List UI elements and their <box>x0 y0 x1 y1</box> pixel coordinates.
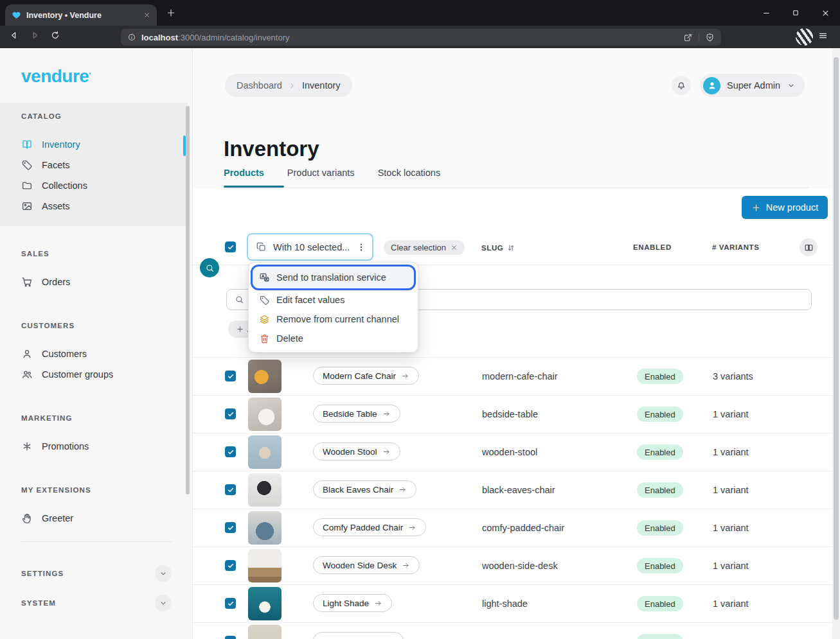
sidebar-item-inventory[interactable]: Inventory <box>0 134 188 155</box>
product-thumbnail[interactable] <box>248 398 281 431</box>
product-name-link[interactable]: Modern Cafe Chair <box>313 367 419 385</box>
sidebar-item-orders[interactable]: Orders <box>0 272 188 292</box>
expand-button[interactable] <box>155 565 172 582</box>
row-checkbox[interactable] <box>225 522 236 533</box>
sidebar-item-greeter[interactable]: Greeter <box>0 508 188 529</box>
sidebar-item-promotions[interactable]: Promotions <box>0 436 188 457</box>
product-thumbnail[interactable] <box>248 625 281 639</box>
menu-item-label: Remove from current channel <box>276 314 399 324</box>
row-checkbox[interactable] <box>225 371 236 381</box>
tab-stock-locations[interactable]: Stock locations <box>378 168 441 187</box>
minimize-button[interactable] <box>751 0 781 26</box>
scrollbar-thumb[interactable] <box>834 57 839 620</box>
tag-icon <box>21 159 33 171</box>
table-row: Enabled <box>193 622 832 639</box>
section-label: SYSTEM <box>21 599 56 607</box>
row-checkbox[interactable] <box>225 560 236 571</box>
column-header-variants: # VARIANTS <box>712 243 760 251</box>
chevron-down-icon <box>159 569 168 578</box>
user-menu[interactable]: Super Admin <box>700 74 805 97</box>
status-badge: Enabled <box>637 369 683 384</box>
browser-tab[interactable]: Inventory • Vendure <box>5 4 157 26</box>
forward-button[interactable] <box>30 30 40 40</box>
chevron-right-icon <box>288 82 296 90</box>
table-row: Modern Cafe Chairmodern-cafe-chairEnable… <box>193 357 832 395</box>
url-bar[interactable]: localhost:3000/admin/catalog/inventory <box>121 29 721 46</box>
product-name-link[interactable]: Wooden Stool <box>313 442 400 460</box>
product-name-link[interactable]: Bedside Table <box>313 405 400 423</box>
product-thumbnail[interactable] <box>248 511 281 545</box>
sidebar-scrollbar[interactable] <box>186 106 190 495</box>
browser-menu-icon[interactable] <box>818 30 828 41</box>
sidebar-item-label: Promotions <box>42 441 89 451</box>
breadcrumb[interactable]: Dashboard Inventory <box>225 74 352 97</box>
product-name-link[interactable]: Black Eaves Chair <box>313 480 416 498</box>
product-thumbnail[interactable] <box>248 473 281 507</box>
table-row: Comfy Padded Chaircomfy-padded-chairEnab… <box>193 509 832 547</box>
close-button[interactable] <box>810 0 840 26</box>
variant-count: 1 variant <box>713 409 749 419</box>
search-icon <box>235 295 244 304</box>
sidebar-item-customers[interactable]: Customers <box>0 344 188 364</box>
product-thumbnail[interactable] <box>248 587 281 620</box>
book-icon <box>21 139 33 150</box>
share-icon[interactable] <box>683 33 693 42</box>
maximize-button[interactable] <box>781 0 810 26</box>
vendure-favicon-icon <box>12 10 21 20</box>
product-slug: black-eaves-chair <box>482 485 555 495</box>
product-thumbnail[interactable] <box>248 360 281 393</box>
notifications-button[interactable] <box>672 76 691 95</box>
status-badge: Enabled <box>637 596 683 611</box>
brave-shield-icon[interactable] <box>705 33 715 42</box>
row-checkbox[interactable] <box>225 484 236 495</box>
sidebar-section-settings[interactable]: SETTINGS <box>0 562 188 585</box>
sidebar-divider <box>21 541 172 542</box>
page-scrollbar[interactable] <box>832 48 840 639</box>
menu-item-edit-facet-values[interactable]: Edit facet values <box>253 290 414 310</box>
product-slug: modern-cafe-chair <box>482 371 558 381</box>
product-name-link[interactable]: Comfy Padded Chair <box>313 518 426 536</box>
sidebar-item-facets[interactable]: Facets <box>0 155 188 175</box>
menu-item-delete[interactable]: Delete <box>253 329 414 348</box>
breadcrumb-dashboard[interactable]: Dashboard <box>237 80 282 91</box>
row-checkbox[interactable] <box>225 446 236 457</box>
new-tab-button[interactable] <box>166 8 176 18</box>
search-toggle-button[interactable] <box>200 258 219 277</box>
breadcrumb-inventory[interactable]: Inventory <box>302 80 341 91</box>
tab-close-icon[interactable] <box>143 12 150 19</box>
select-all-checkbox[interactable] <box>225 241 236 252</box>
product-name-link[interactable]: Light Shade <box>313 594 392 612</box>
arrow-right-icon <box>382 448 391 456</box>
product-name: Comfy Padded Chair <box>323 523 403 532</box>
expand-button[interactable] <box>155 595 172 611</box>
column-header-slug[interactable]: SLUG <box>481 243 515 252</box>
new-product-button[interactable]: New product <box>742 196 828 219</box>
row-checkbox[interactable] <box>225 408 236 419</box>
product-thumbnail[interactable] <box>248 435 281 469</box>
product-name-link[interactable] <box>313 632 404 639</box>
status-badge: Enabled <box>637 520 683 536</box>
product-thumbnail[interactable] <box>248 549 281 582</box>
tab-products[interactable]: Products <box>224 168 264 187</box>
bulk-actions-button[interactable]: With 10 selected... <box>247 233 373 261</box>
sidebar-item-assets[interactable]: Assets <box>0 196 188 216</box>
variant-count: 1 variant <box>713 447 749 457</box>
row-checkbox[interactable] <box>225 636 236 639</box>
back-button[interactable] <box>9 30 19 40</box>
product-name-link[interactable]: Wooden Side Desk <box>313 556 420 574</box>
clear-selection-chip[interactable]: Clear selection <box>384 240 465 255</box>
sidebar-item-customer-groups[interactable]: Customer groups <box>0 364 188 385</box>
tab-product-variants[interactable]: Product variants <box>287 168 355 187</box>
reload-button[interactable] <box>50 30 60 40</box>
arrow-right-icon <box>374 599 382 608</box>
menu-item-remove-from-current-channel[interactable]: Remove from current channel <box>253 310 414 329</box>
tab-title: Inventory • Vendure <box>26 11 138 20</box>
row-checkbox[interactable] <box>225 598 236 609</box>
column-settings-button[interactable] <box>800 238 818 256</box>
product-name: Wooden Side Desk <box>323 561 397 570</box>
sidebar-section-system[interactable]: SYSTEM <box>0 591 188 615</box>
menu-item-send-to-translation-service[interactable]: Send to translation service <box>253 267 414 288</box>
sidebar-item-collections[interactable]: Collections <box>0 175 188 196</box>
site-info-icon[interactable] <box>127 33 136 42</box>
browser-profile-avatar[interactable] <box>796 28 813 46</box>
